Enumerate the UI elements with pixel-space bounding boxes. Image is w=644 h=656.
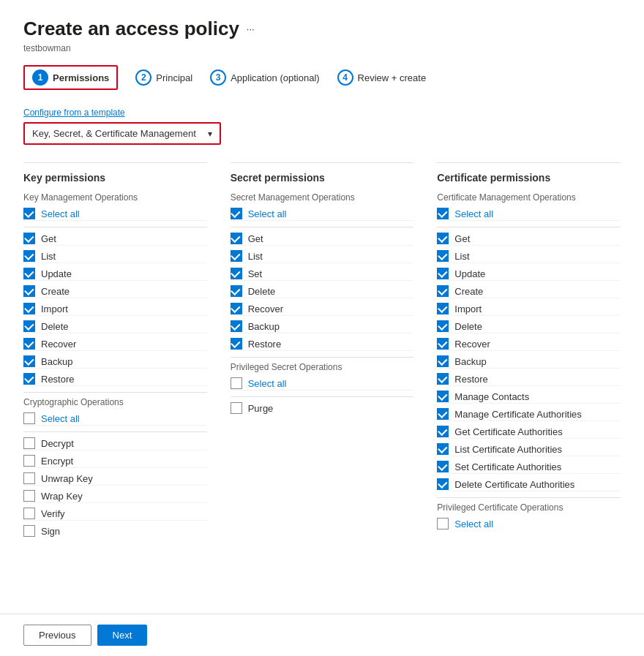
key-permissions-column: Key permissions Key Management Operation…: [23, 162, 207, 541]
perm-item: Select all: [23, 412, 207, 426]
checkbox-encrypt[interactable]: [23, 455, 35, 467]
next-button[interactable]: Next: [97, 625, 148, 646]
checkbox-cert-backup[interactable]: [437, 355, 449, 367]
wizard-steps: 1 Permissions 2 Principal 3 Application …: [23, 65, 621, 90]
cert-list-label: List: [454, 251, 469, 262]
cert-delete-label: Delete: [454, 321, 482, 332]
secret-permissions-column: Secret permissions Secret Management Ope…: [231, 162, 414, 541]
step-circle-2: 2: [135, 69, 151, 86]
secret-mgmt-ops-label: Secret Management Operations: [231, 192, 414, 203]
perm-item: Unwrap Key: [23, 472, 207, 486]
template-dropdown[interactable]: Key, Secret, & Certificate Management ▾: [23, 122, 221, 145]
wizard-step-2[interactable]: 2 Principal: [135, 69, 192, 86]
checkbox-decrypt[interactable]: [23, 437, 35, 449]
checkbox-priv-secret-select-all[interactable]: [231, 377, 242, 389]
priv-cert-ops-label: Privileged Certificate Operations: [437, 502, 621, 513]
checkbox-secret-list[interactable]: [231, 250, 242, 262]
perm-item: Set Certificate Authorities: [437, 460, 621, 474]
secret-delete-label: Delete: [248, 286, 276, 297]
checkbox-unwrap[interactable]: [23, 472, 35, 484]
checkbox-secret-select-all[interactable]: [231, 208, 242, 219]
checkbox-key-create[interactable]: [23, 285, 35, 297]
perm-item: Import: [23, 302, 207, 316]
perm-item: Update: [23, 267, 207, 281]
checkbox-key-restore[interactable]: [23, 373, 35, 385]
cert-get-label: Get: [454, 233, 470, 244]
wizard-step-3[interactable]: 3 Application (optional): [210, 69, 319, 86]
checkbox-key-import[interactable]: [23, 303, 35, 314]
step-label-2: Principal: [156, 72, 192, 83]
key-import-label: Import: [41, 304, 68, 314]
perm-item: Backup: [437, 355, 621, 369]
checkbox-cert-restore[interactable]: [437, 373, 449, 385]
checkbox-secret-backup[interactable]: [231, 320, 242, 332]
cert-list-ca-label: List Certificate Authorities: [454, 444, 562, 455]
checkbox-cert-list-ca[interactable]: [437, 443, 449, 455]
checkbox-crypto-select-all[interactable]: [23, 412, 35, 424]
checkbox-secret-get[interactable]: [231, 233, 242, 244]
step-circle-1: 1: [32, 69, 48, 86]
cert-update-label: Update: [454, 268, 485, 279]
priv-secret-select-all-label: Select all: [248, 378, 287, 389]
checkbox-cert-set-ca[interactable]: [437, 461, 449, 472]
previous-button[interactable]: Previous: [23, 625, 91, 646]
cert-recover-label: Recover: [454, 339, 490, 350]
checkbox-cert-delete[interactable]: [437, 320, 449, 332]
step-label-1: Permissions: [53, 72, 109, 83]
checkbox-secret-restore[interactable]: [231, 338, 242, 350]
checkbox-cert-update[interactable]: [437, 268, 449, 279]
wrap-label: Wrap Key: [41, 491, 83, 502]
checkbox-wrap[interactable]: [23, 490, 35, 502]
template-value: Key, Secret, & Certificate Management: [32, 128, 196, 139]
checkbox-priv-cert-select-all[interactable]: [437, 518, 449, 529]
checkbox-key-backup[interactable]: [23, 355, 35, 367]
checkbox-cert-recover[interactable]: [437, 338, 449, 350]
checkbox-cert-create[interactable]: [437, 285, 449, 297]
checkbox-cert-manage-ca[interactable]: [437, 408, 449, 420]
wizard-step-4[interactable]: 4 Review + create: [337, 69, 427, 86]
certificate-permissions-column: Certificate permissions Certificate Mana…: [437, 162, 621, 541]
perm-item: Select all: [231, 377, 414, 391]
checkbox-cert-manage-contacts[interactable]: [437, 391, 449, 402]
checkbox-key-delete[interactable]: [23, 320, 35, 332]
checkbox-secret-delete[interactable]: [231, 285, 242, 297]
checkbox-cert-import[interactable]: [437, 303, 449, 314]
checkbox-cert-get-ca[interactable]: [437, 426, 449, 437]
checkbox-cert-list[interactable]: [437, 250, 449, 262]
checkbox-key-select-all[interactable]: [23, 208, 35, 219]
checkbox-purge[interactable]: [231, 402, 242, 414]
cert-mgmt-ops-label: Certificate Management Operations: [437, 192, 621, 203]
checkbox-key-recover[interactable]: [23, 338, 35, 350]
cert-create-label: Create: [454, 286, 483, 297]
perm-item: Purge: [231, 401, 414, 415]
key-select-all-label: Select all: [41, 208, 80, 219]
key-list-label: List: [41, 251, 56, 262]
page-title: Create an access policy: [23, 18, 239, 40]
perm-item: List: [231, 249, 414, 263]
perm-item: Create: [437, 284, 621, 298]
secret-get-label: Get: [248, 233, 263, 244]
secret-set-label: Set: [248, 268, 263, 279]
checkbox-key-update[interactable]: [23, 268, 35, 279]
template-label[interactable]: Configure from a template: [23, 108, 621, 118]
wizard-step-1[interactable]: 1 Permissions: [23, 65, 118, 90]
checkbox-secret-set[interactable]: [231, 268, 242, 279]
secret-recover-label: Recover: [248, 304, 283, 314]
perm-item: Restore: [231, 337, 414, 351]
checkbox-verify[interactable]: [23, 508, 35, 519]
ellipsis-menu[interactable]: ···: [247, 23, 255, 34]
key-backup-label: Backup: [41, 356, 72, 367]
key-delete-label: Delete: [41, 321, 69, 332]
checkbox-key-get[interactable]: [23, 233, 35, 244]
perm-item: Sign: [23, 524, 207, 538]
perm-item: Select all: [23, 207, 207, 221]
cert-backup-label: Backup: [454, 356, 486, 367]
checkbox-sign[interactable]: [23, 525, 35, 537]
decrypt-label: Decrypt: [41, 438, 74, 449]
checkbox-cert-select-all[interactable]: [437, 208, 449, 219]
perm-item: Wrap Key: [23, 489, 207, 503]
checkbox-cert-delete-ca[interactable]: [437, 478, 449, 490]
checkbox-key-list[interactable]: [23, 250, 35, 262]
checkbox-secret-recover[interactable]: [231, 303, 242, 314]
checkbox-cert-get[interactable]: [437, 233, 449, 244]
